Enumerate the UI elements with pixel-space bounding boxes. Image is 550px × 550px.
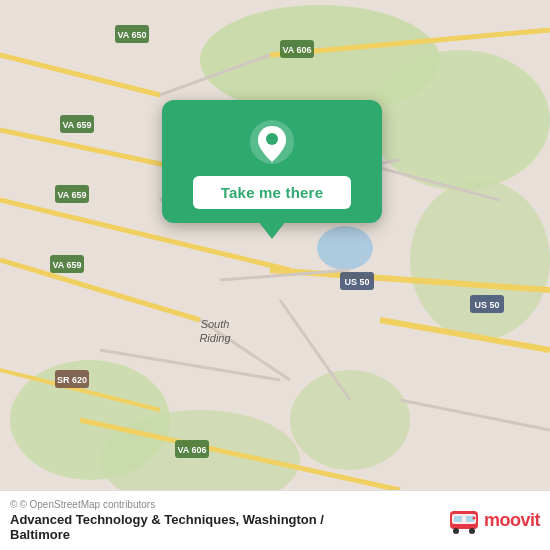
- svg-point-2: [370, 50, 550, 190]
- svg-text:VA 659: VA 659: [62, 120, 91, 130]
- svg-point-51: [469, 528, 475, 534]
- take-me-there-button[interactable]: Take me there: [193, 176, 351, 209]
- bottom-bar: © © OpenStreetMap contributors Advanced …: [0, 490, 550, 550]
- svg-rect-53: [466, 516, 474, 522]
- svg-point-50: [453, 528, 459, 534]
- map-container[interactable]: VA 650 VA 606 VA 659 VA 659 VA 659 US 50…: [0, 0, 550, 490]
- attribution: © © OpenStreetMap contributors: [10, 499, 448, 510]
- map-svg: VA 650 VA 606 VA 659 VA 659 VA 659 US 50…: [0, 0, 550, 490]
- place-info: © © OpenStreetMap contributors Advanced …: [10, 499, 448, 542]
- svg-point-6: [290, 370, 410, 470]
- svg-text:VA 659: VA 659: [52, 260, 81, 270]
- svg-point-54: [472, 516, 475, 519]
- svg-text:VA 606: VA 606: [177, 445, 206, 455]
- place-name: Advanced Technology & Techniques, Washin…: [10, 512, 448, 542]
- svg-text:Riding: Riding: [199, 332, 231, 344]
- svg-text:VA 606: VA 606: [282, 45, 311, 55]
- place-name-text: Advanced Technology & Techniques, Washin…: [10, 512, 324, 527]
- svg-point-47: [266, 133, 278, 145]
- svg-text:VA 650: VA 650: [117, 30, 146, 40]
- place-subtitle-text: Baltimore: [10, 527, 70, 542]
- attribution-text: © OpenStreetMap contributors: [19, 499, 155, 510]
- moovit-logo: moovit: [448, 505, 540, 537]
- moovit-text: moovit: [484, 510, 540, 531]
- svg-point-7: [317, 226, 373, 270]
- svg-text:US 50: US 50: [344, 277, 369, 287]
- svg-text:US 50: US 50: [474, 300, 499, 310]
- svg-point-3: [410, 180, 550, 340]
- svg-text:VA 659: VA 659: [57, 190, 86, 200]
- svg-rect-52: [454, 516, 462, 522]
- svg-text:South: South: [201, 318, 230, 330]
- copyright-symbol: ©: [10, 499, 17, 510]
- popup-card: Take me there: [162, 100, 382, 223]
- moovit-bus-icon: [448, 505, 480, 537]
- svg-text:SR 620: SR 620: [57, 375, 87, 385]
- location-pin-icon: [248, 118, 296, 166]
